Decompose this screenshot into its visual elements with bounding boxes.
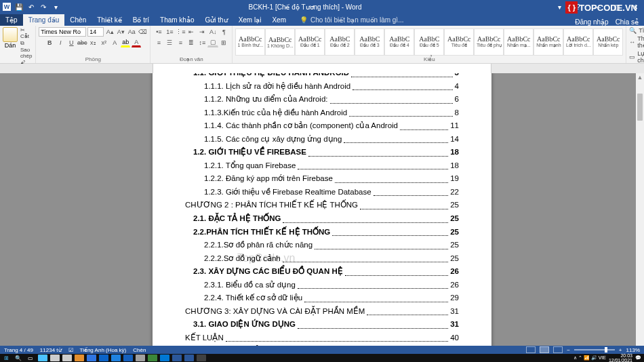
subscript-button[interactable]: x₂ [88,38,98,47]
style-item-1[interactable]: AaBbCc1 Không D... [265,28,295,56]
toc-line-19[interactable]: 3.1. GIAO DIỆN ỨNG DỤNG31 [185,318,459,331]
page[interactable]: 1.1. GIỚI THIỆU HỆ ĐIỀU HÀNH ANDROID31.1… [153,73,491,354]
status-page[interactable]: Trang 4 / 49 [4,347,33,353]
qat-save-icon[interactable]: 💾 [15,3,23,11]
status-language[interactable]: Tiếng Anh (Hoa kỳ) [80,347,127,353]
bullets-icon[interactable]: •≡ [153,27,164,37]
vertical-scrollbar[interactable]: ▲ ▼ [636,73,644,354]
zoom-level[interactable]: 113% [626,347,640,353]
line-spacing-icon[interactable]: ↕≡ [197,38,207,47]
strikethrough-button[interactable]: abc [77,38,87,47]
highlight-color-icon[interactable]: ab [121,38,130,47]
zoom-in-icon[interactable]: + [619,347,622,353]
toc-line-11[interactable]: 2.1. ĐẶC TẢ HỆ THỐNG25 [185,212,459,226]
toc-line-6[interactable]: 1.2. GIỚI THIỆU VỀ FIREBASE18 [185,146,459,159]
paste-button[interactable]: Dán [3,27,18,49]
style-item-6[interactable]: AaBbCĐầu đề 5 [414,28,444,56]
tab-file[interactable]: Tệp [0,14,23,26]
toc-line-17[interactable]: 2.2.4. Thiết kế cơ sở dữ liệu29 [185,291,459,305]
italic-button[interactable]: I [56,38,65,47]
numbering-icon[interactable]: 1≡ [164,27,175,37]
taskbar-app-13[interactable] [195,354,207,362]
align-right-icon[interactable]: ≡ [175,38,186,47]
qat-undo-icon[interactable]: ↶ [27,3,35,11]
share-button[interactable]: Chia sẻ [616,18,639,26]
decrease-font-icon[interactable]: A▾ [116,27,125,37]
style-item-8[interactable]: AaBbCcTiêu đề phụ [474,28,504,56]
task-view-icon[interactable]: ▭ [24,354,37,362]
tab-insert[interactable]: Chèn [64,14,92,26]
bold-button[interactable]: B [45,38,54,47]
change-case-icon[interactable]: Aa [127,27,136,37]
select-button[interactable]: ▭ Lựa chọn [629,50,644,64]
taskbar-date[interactable]: 12/01/2021 [609,358,632,362]
toc-line-12[interactable]: 2.2.PHÂN TÍCH THIẾT KẾ HỆ THỐNG25 [185,226,459,239]
taskbar-app-6[interactable] [110,354,122,362]
style-item-4[interactable]: AaBbCĐầu đề 3 [355,28,384,56]
tab-layout[interactable]: Bố trí [127,14,155,26]
style-item-7[interactable]: AaBbCcTiêu đề [444,28,474,56]
status-insert-mode[interactable]: Chèn [133,347,146,353]
taskbar-app-0[interactable] [37,354,49,362]
replace-button[interactable]: ↔ Thay thế [629,35,644,49]
style-item-10[interactable]: AaBbCcNhấn mạnh [534,28,563,56]
copy-button[interactable]: ⧉ Sao chép [20,40,33,59]
view-read-mode-icon[interactable] [526,346,536,353]
zoom-out-icon[interactable]: − [567,347,570,353]
show-marks-icon[interactable]: ¶ [218,27,229,37]
taskbar-app-5[interactable] [98,354,110,362]
toc-line-4[interactable]: 1.1.4. Các thành phần cơ bản (component)… [185,119,459,133]
style-item-2[interactable]: AaBbCcĐầu đề 1 [295,28,325,56]
start-button[interactable]: ⊞ [0,354,12,362]
toc-line-1[interactable]: 1.1.1. Lịch sử ra đời hệ điều hành Andro… [185,80,459,94]
tab-review[interactable]: Xem lại [233,14,267,26]
scroll-thumb[interactable] [637,94,643,121]
toc-line-3[interactable]: 1.1.3.Kiến trúc của hệ điều hành Android… [185,106,459,120]
tab-view[interactable]: Xem [266,14,291,26]
style-item-9[interactable]: AaBbCcNhấn mạ... [504,28,534,56]
superscript-button[interactable]: x² [99,38,108,47]
toc-line-5[interactable]: 1.1.5. Các công cụ xây dựng ứng dụng14 [185,133,459,146]
qat-customize-icon[interactable]: ▾ [52,3,60,11]
increase-indent-icon[interactable]: ⇥ [197,27,207,37]
taskbar-time[interactable]: 20:03 [609,353,632,358]
scroll-up-icon[interactable]: ▲ [636,73,644,81]
toc-line-7[interactable]: 1.2.1. Tổng quan Firebase18 [185,159,459,173]
underline-button[interactable]: U [66,38,76,47]
align-center-icon[interactable]: ☰ [164,38,175,47]
style-item-0[interactable]: AaBbCc1 Bình thư... [235,28,265,56]
taskbar-app-7[interactable] [122,354,134,362]
toc-line-15[interactable]: 2.3. XÂY DỰNG CÁC BIỂU ĐỒ QUAN HỆ26 [185,265,459,279]
multilevel-list-icon[interactable]: ⋮≡ [175,27,186,37]
sort-icon[interactable]: A↓ [207,27,218,37]
taskbar-app-11[interactable] [171,354,183,362]
toc-line-0[interactable]: 1.1. GIỚI THIỆU HỆ ĐIỀU HÀNH ANDROID3 [185,73,459,80]
taskbar-app-9[interactable] [146,354,159,362]
taskbar-app-8[interactable] [134,354,146,362]
taskbar-search-icon[interactable]: 🔍 [12,354,24,362]
zoom-slider[interactable] [574,349,615,350]
style-item-3[interactable]: AaBbCĐầu đề 2 [325,28,355,56]
view-print-layout-icon[interactable] [540,346,549,353]
tab-home[interactable]: Trang đầu [23,14,65,26]
toc-line-20[interactable]: KẾT LUẬN40 [185,331,459,345]
notification-center-icon[interactable]: 💬 [635,355,641,361]
toc-line-8[interactable]: 1.2.2. Đăng ký app mới trên Firebase19 [185,172,459,186]
tell-me-search[interactable]: 💡 Cho tôi biết bạn muốn làm gì... [294,14,409,26]
font-color-icon[interactable]: A [132,38,141,47]
align-left-icon[interactable]: ≡ [153,38,164,47]
taskbar-app-4[interactable] [85,354,98,362]
style-item-5[interactable]: AaBbCĐầu đề 4 [384,28,414,56]
toc-line-18[interactable]: CHƯƠNG 3: XÂY DỰNG VÀ CÀI ĐẶT PHẦN MỀM31 [185,305,459,319]
taskbar-app-3[interactable] [73,354,85,362]
borders-icon[interactable]: ⊞ [218,38,229,47]
clear-formatting-icon[interactable]: ⌫ [138,27,147,37]
taskbar-app-10[interactable] [159,354,171,362]
toc-line-14[interactable]: 2.2.2.Sơ đồ ngữ cảnh25 [185,252,459,266]
increase-font-icon[interactable]: A▴ [105,27,115,37]
find-button[interactable]: 🔍 Tìm [629,27,644,34]
status-spellcheck-icon[interactable]: ☑ [68,347,73,353]
toc-line-16[interactable]: 2.3.1. Biểu đồ ca sử dụng26 [185,279,459,292]
toc-line-2[interactable]: 1.1.2. Những ưu điểm của Android:6 [185,93,459,106]
font-size-input[interactable] [87,27,104,37]
